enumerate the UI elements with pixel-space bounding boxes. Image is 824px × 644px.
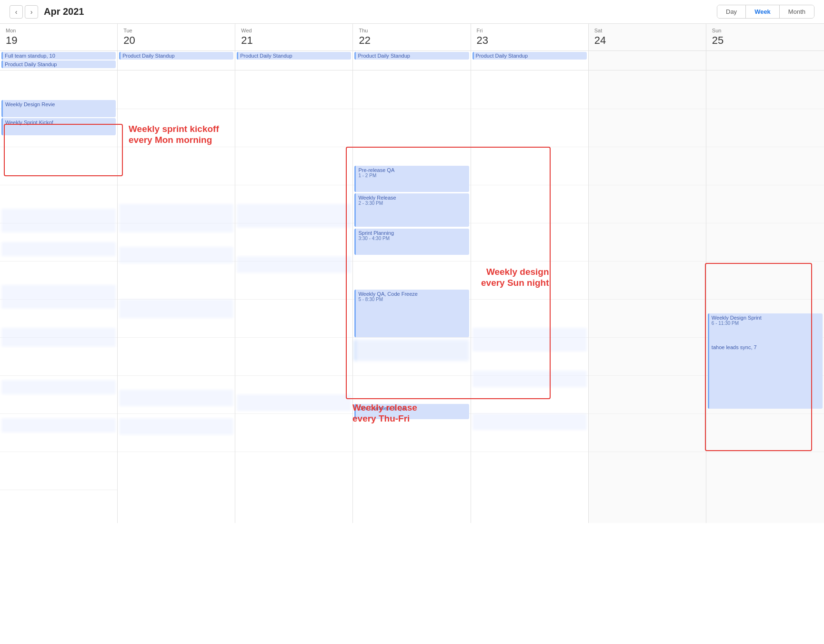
allday-event[interactable]: Full team standup, 10 (1, 52, 116, 60)
allday-mon: Full team standup, 10 Product Daily Stan… (0, 51, 118, 70)
view-week-button[interactable]: Week (746, 5, 780, 18)
allday-sun (706, 51, 824, 70)
allday-event[interactable]: Product Daily Standup (472, 52, 587, 60)
allday-event[interactable]: Product Daily Standup (1, 60, 116, 68)
day-col-fri (471, 70, 589, 523)
event-weekly-release[interactable]: Weekly Release 2 - 3:30 PM (354, 193, 469, 227)
allday-sat (589, 51, 706, 70)
day-header-sun: Sun 25 (706, 24, 824, 50)
allday-fri: Product Daily Standup (471, 51, 589, 70)
view-month-button[interactable]: Month (780, 5, 814, 18)
allday-event[interactable]: Product Daily Standup (237, 52, 351, 60)
month-title: Apr 2021 (44, 6, 84, 17)
day-col-sat (589, 70, 706, 523)
calendar-wrapper: Mon 19 Tue 20 Wed 21 Thu 22 Fri 23 Sat 2… (0, 24, 824, 644)
event-weekly-design-sprint[interactable]: Weekly Design Sprint 6 - 11:30 PM (708, 313, 823, 409)
allday-thu: Product Daily Standup (353, 51, 471, 70)
nav-buttons: ‹ › (10, 5, 38, 19)
allday-event[interactable]: Product Daily Standup (119, 52, 233, 60)
event-weekly-qa-code-freeze[interactable]: Weekly QA, Code Freeze 5 - 8:30 PM (354, 290, 469, 337)
event-weekly-design-review[interactable]: Weekly Design Revie (1, 100, 116, 117)
prev-button[interactable]: ‹ (10, 5, 23, 19)
next-button[interactable]: › (25, 5, 38, 19)
day-col-sun: Weekly Design Sprint 6 - 11:30 PM tahoe … (706, 70, 824, 523)
day-col-tue (118, 70, 235, 523)
event-tahoe-leads-sync[interactable]: tahoe leads sync, 7 (708, 343, 823, 357)
day-header-sat: Sat 24 (589, 24, 706, 50)
day-header-fri: Fri 23 (471, 24, 589, 50)
day-headers: Mon 19 Tue 20 Wed 21 Thu 22 Fri 23 Sat 2… (0, 24, 824, 51)
event-sprint-planning[interactable]: Sprint Planning 3:30 - 4:30 PM (354, 229, 469, 255)
day-header-tue: Tue 20 (118, 24, 235, 50)
allday-tue: Product Daily Standup (118, 51, 235, 70)
app-container: ‹ › Apr 2021 Day Week Month Mon 19 Tue 2… (0, 0, 824, 644)
event-dev-complete[interactable]: Dev Complete & QA, (354, 404, 469, 419)
header-left: ‹ › Apr 2021 (10, 5, 84, 19)
app-header: ‹ › Apr 2021 Day Week Month (0, 0, 824, 24)
allday-row: Full team standup, 10 Product Daily Stan… (0, 51, 824, 70)
event-weekly-sprint-kickoff[interactable]: Weekly Sprint Kickof (1, 118, 116, 135)
allday-wed: Product Daily Standup (235, 51, 353, 70)
day-col-mon: Weekly Design Revie Weekly Sprint Kickof (0, 70, 118, 523)
day-col-wed (235, 70, 353, 523)
view-toggle: Day Week Month (717, 5, 814, 19)
day-col-thu: Pre-release QA 1 - 2 PM Weekly Release 2… (353, 70, 471, 523)
allday-event[interactable]: Product Daily Standup (354, 52, 469, 60)
day-header-thu: Thu 22 (353, 24, 471, 50)
event-pre-release-qa[interactable]: Pre-release QA 1 - 2 PM (354, 166, 469, 192)
view-day-button[interactable]: Day (717, 5, 746, 18)
day-header-wed: Wed 21 (235, 24, 353, 50)
day-header-mon: Mon 19 (0, 24, 118, 50)
